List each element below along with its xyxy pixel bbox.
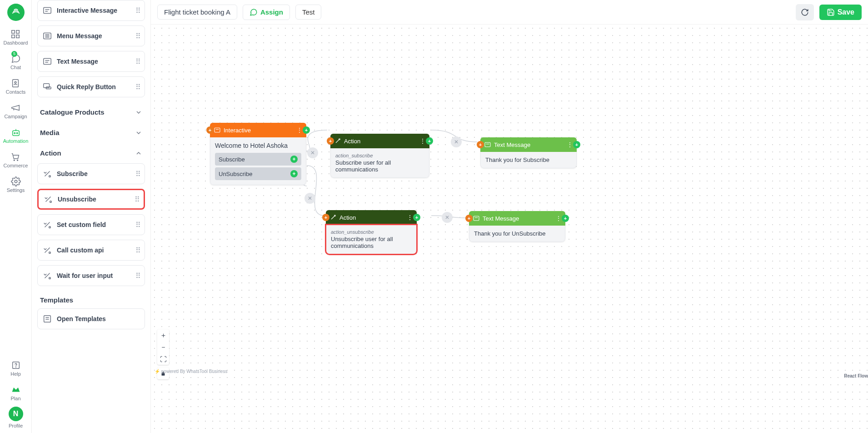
node-action-subscribe[interactable]: + + Action ⋮ action_subscribe Subscribe …: [330, 134, 429, 178]
nav-help[interactable]: Help: [10, 360, 21, 377]
node-menu-icon[interactable]: ⋮: [555, 215, 562, 222]
nav-dashboard-label: Dashboard: [4, 40, 28, 45]
edge-delete-button[interactable]: ✕: [307, 147, 318, 158]
block-quick-reply[interactable]: Quick Reply Button ⠿: [37, 76, 145, 97]
option-add-icon[interactable]: +: [290, 170, 298, 177]
port-in[interactable]: +: [477, 141, 484, 148]
port-in[interactable]: +: [322, 214, 329, 221]
block-label: Open Templates: [57, 315, 140, 322]
nav-automation-label: Automation: [3, 138, 29, 144]
powered-by: ⚡ powered By WhatsTool Business: [155, 369, 227, 374]
drag-handle-icon[interactable]: ⠿: [135, 195, 139, 204]
flow-canvas[interactable]: ✕ ✕ ✕ ✕ + + Interactive ⋮ Welcome to Hot…: [151, 25, 868, 433]
port-in[interactable]: +: [465, 215, 473, 222]
nav-avatar[interactable]: N: [9, 407, 23, 421]
port-out[interactable]: +: [562, 215, 569, 222]
nav-chat[interactable]: 5 Chat: [10, 54, 21, 70]
block-subscribe[interactable]: Subscribe ⠿: [37, 163, 145, 184]
svg-point-30: [49, 277, 51, 279]
chevron-down-icon: [135, 129, 142, 136]
port-in[interactable]: +: [206, 126, 214, 134]
save-icon: [827, 8, 835, 16]
drag-handle-icon[interactable]: ⠿: [135, 32, 140, 40]
editor-toolbar: Flight ticket booking A Assign Test Save: [151, 0, 868, 25]
block-wait-for-input[interactable]: Wait for user input ⠿: [37, 265, 145, 286]
section-action[interactable]: Action: [37, 143, 145, 163]
section-media[interactable]: Media: [37, 122, 145, 143]
nav-commerce[interactable]: Commerce: [4, 152, 28, 168]
block-menu-message[interactable]: Menu Message ⠿: [37, 25, 145, 46]
save-button[interactable]: Save: [819, 5, 862, 20]
templates-heading: Templates: [37, 291, 145, 308]
option-label: Subscribe: [219, 156, 245, 163]
nav-plan[interactable]: Plan: [10, 385, 20, 401]
test-label: Test: [302, 8, 315, 16]
block-label: Menu Message: [57, 32, 135, 40]
svg-rect-1: [16, 30, 19, 33]
zoom-controls: ＋ － ⛶: [157, 329, 169, 365]
drag-handle-icon[interactable]: ⠿: [135, 246, 140, 255]
edge-delete-button[interactable]: ✕: [451, 136, 462, 147]
node-menu-icon[interactable]: ⋮: [407, 214, 413, 221]
test-button[interactable]: Test: [295, 5, 322, 20]
node-interactive[interactable]: + + Interactive ⋮ Welcome to Hotel Ashok…: [210, 123, 306, 185]
main-nav: Dashboard 5 Chat Contacts Campaign Autom…: [0, 0, 32, 433]
node-title: Interactive: [224, 127, 251, 134]
svg-rect-3: [16, 35, 19, 38]
block-interactive-message[interactable]: Interactive Message ⠿: [37, 0, 145, 21]
message-icon: [484, 141, 491, 148]
open-templates[interactable]: Open Templates: [37, 308, 145, 329]
nav-settings[interactable]: Settings: [7, 176, 25, 193]
assign-button[interactable]: Assign: [243, 5, 290, 20]
svg-point-10: [17, 160, 18, 161]
drag-handle-icon[interactable]: ⠿: [135, 170, 140, 178]
port-out[interactable]: +: [573, 141, 580, 148]
nav-contacts[interactable]: Contacts: [6, 78, 25, 95]
nav-automation[interactable]: Automation: [3, 127, 29, 144]
port-out[interactable]: +: [303, 126, 310, 134]
refresh-button[interactable]: [796, 4, 814, 20]
drag-handle-icon[interactable]: ⠿: [135, 83, 140, 91]
svg-point-5: [15, 81, 17, 83]
zoom-fit-button[interactable]: ⛶: [157, 353, 169, 365]
svg-point-9: [14, 160, 15, 161]
block-set-custom-field[interactable]: Set custom field ⠿: [37, 214, 145, 235]
block-label: Wait for user input: [57, 272, 135, 279]
node-option-subscribe[interactable]: Subscribe +: [215, 153, 301, 166]
block-unsubscribe[interactable]: Unsubscribe ⠿: [37, 189, 145, 210]
refresh-icon: [801, 8, 809, 16]
section-catalogue[interactable]: Catalogue Products: [37, 102, 145, 122]
node-menu-icon[interactable]: ⋮: [296, 126, 303, 134]
port-in[interactable]: +: [327, 137, 334, 145]
zoom-out-button[interactable]: －: [157, 341, 169, 353]
nav-contacts-label: Contacts: [6, 89, 25, 95]
drag-handle-icon[interactable]: ⠿: [135, 6, 140, 15]
node-menu-icon[interactable]: ⋮: [567, 141, 573, 148]
block-label: Subscribe: [57, 170, 135, 177]
block-text-message[interactable]: Text Message ⠿: [37, 51, 145, 72]
node-slug: action_unsubscribe: [331, 229, 412, 235]
drag-handle-icon[interactable]: ⠿: [135, 272, 140, 280]
node-menu-icon[interactable]: ⋮: [419, 137, 426, 145]
flow-name[interactable]: Flight ticket booking A: [157, 5, 237, 20]
assign-label: Assign: [260, 8, 283, 16]
nav-plan-label: Plan: [10, 396, 20, 401]
drag-handle-icon[interactable]: ⠿: [135, 221, 140, 229]
port-out[interactable]: +: [413, 214, 420, 221]
node-option-unsubscribe[interactable]: UnSubscribe +: [215, 167, 301, 180]
drag-handle-icon[interactable]: ⠿: [135, 57, 140, 66]
nav-dashboard[interactable]: Dashboard: [4, 29, 28, 45]
block-label: Call custom api: [57, 247, 135, 254]
node-text-subscribe[interactable]: + + Text Message ⋮ Thank you for Subscri…: [480, 137, 577, 168]
node-text-unsubscribe[interactable]: + + Text Message ⋮ Thank you for UnSubsc…: [469, 211, 565, 242]
edge-delete-button[interactable]: ✕: [442, 212, 453, 223]
node-action-unsubscribe[interactable]: + + Action ⋮ action_unsubscribe Unsubscr…: [326, 210, 417, 254]
block-label: Interactive Message: [57, 7, 135, 14]
svg-rect-2: [12, 35, 15, 38]
block-call-custom-api[interactable]: Call custom api ⠿: [37, 240, 145, 261]
nav-campaign[interactable]: Campaign: [4, 103, 27, 119]
option-add-icon[interactable]: +: [290, 156, 298, 163]
edge-delete-button[interactable]: ✕: [304, 193, 315, 204]
port-out[interactable]: +: [426, 137, 433, 145]
zoom-in-button[interactable]: ＋: [157, 329, 169, 341]
